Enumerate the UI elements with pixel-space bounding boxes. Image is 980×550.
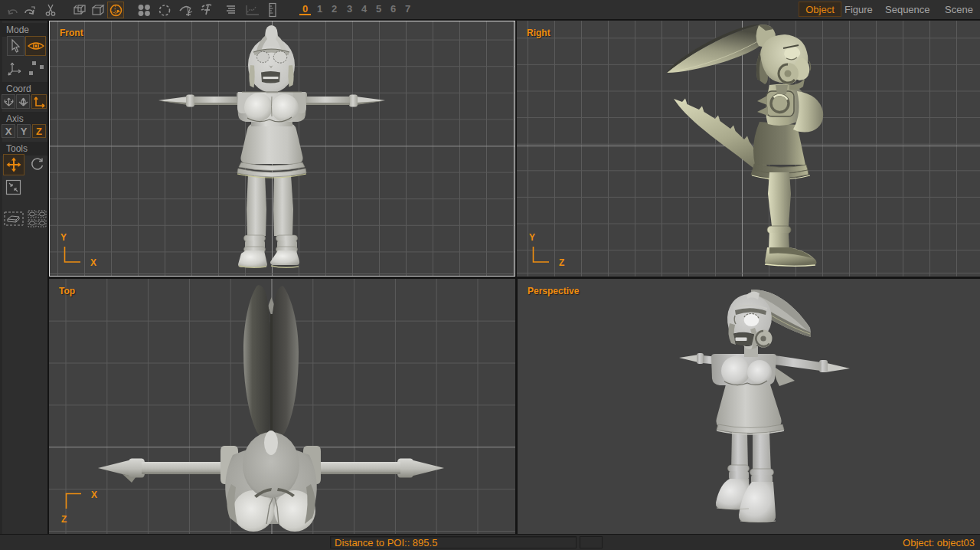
- svg-text:X: X: [90, 257, 96, 268]
- svg-text:Y: Y: [529, 232, 535, 243]
- svg-text:Z: Z: [61, 514, 67, 525]
- svg-text:X: X: [91, 489, 97, 500]
- svg-text:Y: Y: [60, 232, 67, 243]
- svg-text:Z: Z: [559, 257, 564, 268]
